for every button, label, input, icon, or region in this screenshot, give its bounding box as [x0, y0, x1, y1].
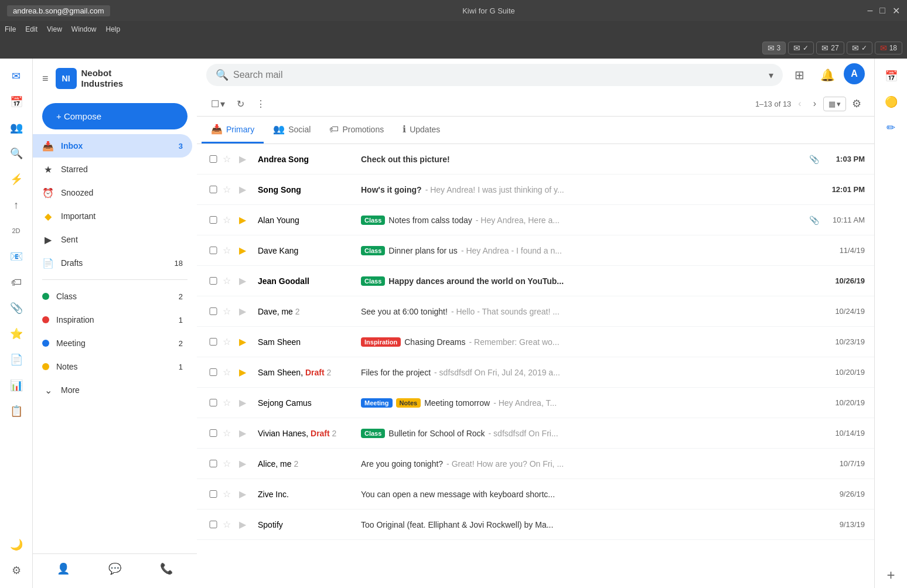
notif-badge-5[interactable]: ✉ 18 — [875, 42, 902, 54]
star-icon[interactable]: ☆ — [223, 458, 237, 469]
sidebar-item-drafts[interactable]: 📄 Drafts 18 — [33, 251, 192, 275]
table-row[interactable]: ☆ ▶ Sam Sheen, Draft 2 Files for the pro… — [197, 357, 874, 388]
chat-icon[interactable]: 💬 — [105, 559, 125, 579]
important-icon[interactable]: ▶ — [239, 336, 253, 347]
important-icon[interactable]: ▶ — [239, 245, 253, 256]
star-icon[interactable]: ☆ — [223, 275, 237, 286]
important-icon[interactable]: ▶ — [239, 488, 253, 500]
sidebar-item-starred[interactable]: ★ Starred — [33, 158, 192, 181]
notif-badge-4[interactable]: ✉ ✓ — [847, 42, 872, 54]
rail-list-icon[interactable]: 📋 — [5, 399, 28, 423]
phone-icon[interactable]: 📞 — [156, 559, 176, 579]
important-icon[interactable]: ▶ — [239, 275, 253, 286]
rail-moon-icon[interactable]: 🌙 — [5, 533, 28, 556]
sidebar-item-notes[interactable]: Notes 1 — [33, 355, 192, 378]
rail-envelope-icon[interactable]: 📧 — [5, 245, 28, 268]
calendar-panel-icon[interactable]: 📅 — [879, 64, 903, 88]
rail-settings-icon[interactable]: ⚙ — [5, 559, 28, 582]
email-checkbox[interactable] — [206, 490, 220, 498]
avatar-button[interactable]: A — [844, 63, 865, 84]
table-row[interactable]: ☆ ▶ Vivian Hanes, Draft 2 Class Bulletin… — [197, 418, 874, 449]
table-row[interactable]: ☆ ▶ Jean Goodall Class Happy dances arou… — [197, 266, 874, 296]
close-button[interactable]: ✕ — [892, 5, 900, 16]
search-input[interactable] — [233, 70, 764, 80]
sidebar-item-meeting[interactable]: Meeting 2 — [33, 331, 192, 355]
rail-2d-icon[interactable]: 2D — [5, 219, 28, 242]
star-icon[interactable]: ☆ — [223, 245, 237, 256]
prev-page-button[interactable]: ‹ — [793, 96, 806, 111]
star-icon[interactable]: ☆ — [223, 336, 237, 347]
star-icon[interactable]: ☆ — [223, 306, 237, 317]
important-icon[interactable]: ▶ — [239, 519, 253, 530]
notif-badge-1[interactable]: ✉ 3 — [762, 42, 786, 54]
star-icon[interactable]: ☆ — [223, 397, 237, 408]
star-icon[interactable]: ☆ — [223, 367, 237, 378]
notif-badge-2[interactable]: ✉ ✓ — [788, 42, 814, 54]
notif-badge-3[interactable]: ✉ 27 — [816, 42, 844, 54]
rail-table-icon[interactable]: 📊 — [5, 374, 28, 397]
menu-edit[interactable]: Edit — [25, 25, 37, 33]
email-checkbox[interactable] — [206, 247, 220, 254]
view-selector[interactable]: ▦ ▾ — [823, 97, 846, 111]
select-all-button[interactable]: ☐ ▾ — [206, 95, 230, 113]
email-checkbox[interactable] — [206, 399, 220, 406]
star-icon[interactable]: ☆ — [223, 214, 237, 225]
tab-updates[interactable]: ℹ Updates — [393, 117, 449, 143]
star-icon[interactable]: ☆ — [223, 519, 237, 530]
rail-mail-icon[interactable]: ✉ — [5, 64, 28, 88]
search-input-wrap[interactable]: 🔍 ▾ — [206, 64, 783, 86]
apps-button[interactable]: ⊞ — [787, 63, 811, 87]
table-row[interactable]: ☆ ▶ Sejong Camus Meeting Notes Meeting t… — [197, 388, 874, 418]
sidebar-item-inbox[interactable]: 📥 Inbox 3 — [33, 134, 192, 158]
hamburger-button[interactable]: ≡ — [42, 73, 49, 85]
table-row[interactable]: ☆ ▶ Zive Inc. You can open a new message… — [197, 479, 874, 510]
menu-help[interactable]: Help — [106, 25, 121, 33]
important-icon[interactable]: ▶ — [239, 458, 253, 469]
tab-promotions[interactable]: 🏷 Promotions — [320, 117, 393, 143]
email-checkbox[interactable] — [206, 216, 220, 224]
menu-window[interactable]: Window — [71, 25, 97, 33]
sidebar-item-snoozed[interactable]: ⏰ Snoozed — [33, 181, 192, 204]
rail-search-icon[interactable]: 🔍 — [5, 142, 28, 165]
sidebar-item-important[interactable]: ◆ Important — [33, 204, 192, 228]
table-row[interactable]: ☆ ▶ Andrea Song Check out this picture! … — [197, 144, 874, 175]
menu-view[interactable]: View — [47, 25, 62, 33]
rail-up-icon[interactable]: ↑ — [5, 193, 28, 217]
star-icon[interactable]: ☆ — [223, 153, 237, 165]
tab-social[interactable]: 👥 Social — [264, 117, 320, 143]
rail-filter-icon[interactable]: ⚡ — [5, 167, 28, 191]
rail-calendar-icon[interactable]: 📅 — [5, 90, 28, 114]
important-icon[interactable]: ▶ — [239, 184, 253, 195]
table-row[interactable]: ☆ ▶ Dave Kang Class Dinner plans for us … — [197, 235, 874, 266]
email-checkbox[interactable] — [206, 186, 220, 193]
star-icon[interactable]: ☆ — [223, 184, 237, 195]
table-row[interactable]: ☆ ▶ Dave, me 2 See you at 6:00 tonight! … — [197, 296, 874, 327]
more-options-button[interactable]: ⋮ — [251, 95, 270, 113]
table-row[interactable]: ☆ ▶ Sam Sheen Inspiration Chasing Dreams… — [197, 327, 874, 357]
email-checkbox[interactable] — [206, 368, 220, 376]
important-icon[interactable]: ▶ — [239, 397, 253, 408]
compose-button[interactable]: + Compose — [42, 103, 187, 129]
search-dropdown-icon[interactable]: ▾ — [769, 70, 773, 81]
sidebar-item-more[interactable]: ⌄ More — [33, 378, 192, 402]
minimize-button[interactable]: – — [867, 5, 872, 16]
important-icon[interactable]: ▶ — [239, 214, 253, 225]
star-icon[interactable]: ☆ — [223, 428, 237, 439]
star-icon[interactable]: ☆ — [223, 488, 237, 500]
rail-contacts-icon[interactable]: 👥 — [5, 116, 28, 139]
add-contact-icon[interactable]: 👤 — [53, 559, 73, 579]
add-panel-button[interactable]: + — [886, 567, 895, 583]
table-row[interactable]: ☆ ▶ Spotify Too Original (feat. Elliphan… — [197, 510, 874, 540]
email-checkbox[interactable] — [206, 521, 220, 528]
important-icon[interactable]: ▶ — [239, 153, 253, 165]
rail-star-icon[interactable]: ⭐ — [5, 322, 28, 346]
table-row[interactable]: ☆ ▶ Alice, me 2 Are you going tonight? -… — [197, 449, 874, 479]
email-checkbox[interactable] — [206, 307, 220, 315]
tasks-panel-icon[interactable]: 🟡 — [879, 90, 903, 114]
important-icon[interactable]: ▶ — [239, 306, 253, 317]
rail-clip-icon[interactable]: 📎 — [5, 296, 28, 320]
email-checkbox[interactable] — [206, 429, 220, 437]
table-row[interactable]: ☆ ▶ Song Song How's it going? - Hey Andr… — [197, 175, 874, 205]
rail-doc-icon[interactable]: 📄 — [5, 348, 28, 371]
table-row[interactable]: ☆ ▶ Alan Young Class Notes from calss to… — [197, 205, 874, 235]
